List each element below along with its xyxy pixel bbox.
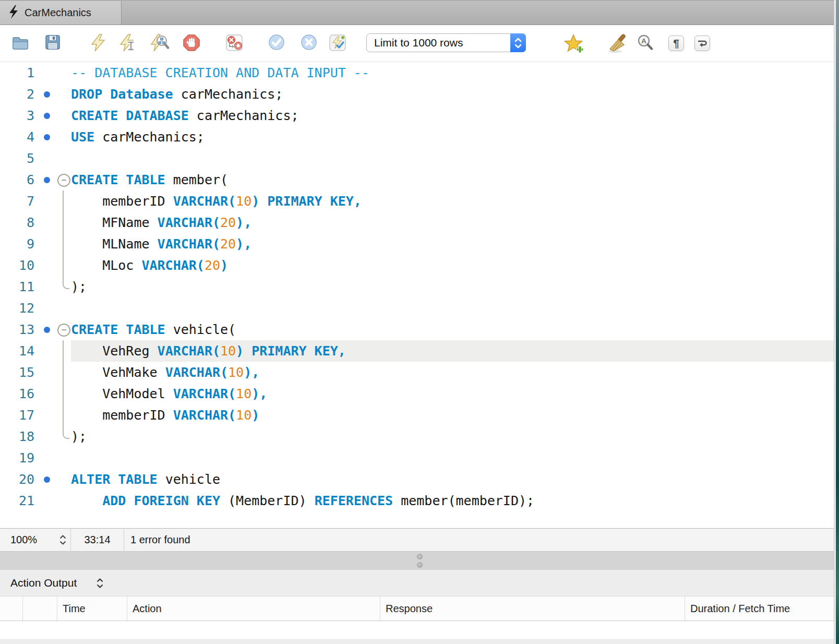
statement-dot-icon [44,327,50,333]
code-line[interactable]: 8 MFName VARCHAR(20), [0,212,834,233]
panel-splitter[interactable] [0,551,839,570]
code-line[interactable]: 12 [0,297,834,319]
output-col-index [22,597,57,621]
code-text: CREATE DATABASE carMechanics; [71,105,834,126]
fold-column [57,469,71,490]
row-limit-dropdown[interactable]: Limit to 1000 rows [366,33,526,52]
line-number: 2 [0,84,37,105]
collapse-icon[interactable]: − [57,174,70,187]
fold-guide [57,233,71,255]
fold-guide [57,426,71,447]
line-number: 4 [0,126,37,148]
statement-marker [37,148,57,169]
fold-column [57,126,71,148]
toggle-autocommit-icon[interactable] [329,34,346,54]
tab-carmechanics[interactable]: CarMechanics [0,1,122,25]
code-line[interactable]: 3CREATE DATABASE carMechanics; [0,105,834,126]
execute-current-icon[interactable] [119,34,137,54]
code-text: ); [71,276,834,297]
sql-editor[interactable]: 1-- DATABASE CREATION AND DATA INPUT --2… [0,62,834,528]
open-file-icon[interactable] [11,34,29,54]
code-text: ADD FOREIGN KEY (MemberID) REFERENCES me… [71,490,834,511]
zoom-stepper[interactable] [59,535,66,545]
code-line[interactable]: 2DROP Database carMechanics; [0,84,834,105]
beautify-icon[interactable] [607,34,628,56]
statement-marker [37,447,57,469]
output-panel-title: Action Output [10,577,77,589]
code-text: CREATE TABLE vehicle( [71,319,834,340]
line-number: 9 [0,233,37,255]
line-number: 16 [0,383,37,404]
code-lines: 1-- DATABASE CREATION AND DATA INPUT --2… [0,62,834,511]
statement-marker [37,105,57,126]
lightning-icon [8,5,19,21]
code-text: MLName VARCHAR(20), [71,233,834,255]
output-col-action[interactable]: Action [127,597,380,621]
line-number: 3 [0,105,37,126]
statement-marker [37,490,57,511]
save-icon[interactable] [44,34,61,53]
code-line[interactable]: 7 memberID VARCHAR(10) PRIMARY KEY, [0,190,834,212]
code-line[interactable]: 1-- DATABASE CREATION AND DATA INPUT -- [0,62,834,84]
line-number: 10 [0,255,37,276]
stop-icon[interactable] [183,34,200,54]
pilcrow-glyph: ¶ [673,37,679,50]
code-line[interactable]: 5 [0,148,834,169]
toggle-stop-on-error-icon[interactable] [225,34,243,54]
dropdown-stepper-icon [510,33,526,52]
execute-icon[interactable] [90,34,106,54]
fold-guide [57,255,71,276]
code-text: VehModel VARCHAR(10), [71,383,834,404]
code-text [71,447,834,469]
side-panel-edge [834,0,839,644]
output-col-time[interactable]: Time [57,597,127,621]
line-number: 8 [0,212,37,233]
code-line[interactable]: 11); [0,276,834,297]
fold-toggle[interactable]: − [57,319,71,340]
collapse-icon[interactable]: − [57,324,70,337]
output-selector-stepper[interactable] [97,578,103,588]
code-text: ); [71,426,834,447]
fold-column [57,490,71,511]
code-text: -- DATABASE CREATION AND DATA INPUT -- [71,62,834,84]
svg-text:A: A [641,37,646,45]
mysql-workbench-sql-editor: CarMechanics [0,0,839,644]
fold-column [57,297,71,319]
statement-dot-icon [44,177,50,183]
save-snippet-icon[interactable] [564,34,584,56]
code-line[interactable]: 17 memberID VARCHAR(10) [0,404,834,426]
output-table-header: Time Action Response Duration / Fetch Ti… [0,596,839,621]
fold-toggle[interactable]: − [57,169,71,190]
explain-icon[interactable] [150,34,170,54]
output-col-response[interactable]: Response [380,597,685,621]
output-panel: Action Output Time Action Response Durat… [0,570,839,644]
find-icon[interactable]: A [637,34,654,54]
output-table-rows[interactable] [0,621,839,640]
code-text: CREATE TABLE member( [71,169,834,190]
code-line[interactable]: 10 MLoc VARCHAR(20) [0,255,834,276]
line-number: 20 [0,469,37,490]
show-invisibles-icon[interactable]: ¶ [668,35,684,51]
fold-guide [57,212,71,233]
code-line[interactable]: 19 [0,447,834,469]
code-line[interactable]: 20ALTER TABLE vehicle [0,469,834,490]
code-line[interactable]: 4USE carMechanics; [0,126,834,148]
output-col-duration[interactable]: Duration / Fetch Time [685,597,839,621]
line-number: 21 [0,490,37,511]
statement-marker [37,362,57,383]
statement-marker [37,383,57,404]
code-line[interactable]: 21 ADD FOREIGN KEY (MemberID) REFERENCES… [0,490,834,511]
toggle-wrap-icon[interactable] [694,35,710,51]
commit-icon[interactable] [268,34,285,53]
code-line[interactable]: 16 VehModel VARCHAR(10), [0,383,834,404]
code-line[interactable]: 15 VehMake VARCHAR(10), [0,362,834,383]
code-line[interactable]: 9 MLName VARCHAR(20), [0,233,834,255]
row-limit-value: Limit to 1000 rows [374,34,463,52]
code-line[interactable]: 6−CREATE TABLE member( [0,169,834,190]
code-line[interactable]: 18); [0,426,834,447]
code-line[interactable]: 14 VehReg VARCHAR(10) PRIMARY KEY, [0,340,834,362]
rollback-icon[interactable] [301,34,317,53]
code-line[interactable]: 13−CREATE TABLE vehicle( [0,319,834,340]
code-text [71,297,834,319]
statement-marker [37,169,57,190]
